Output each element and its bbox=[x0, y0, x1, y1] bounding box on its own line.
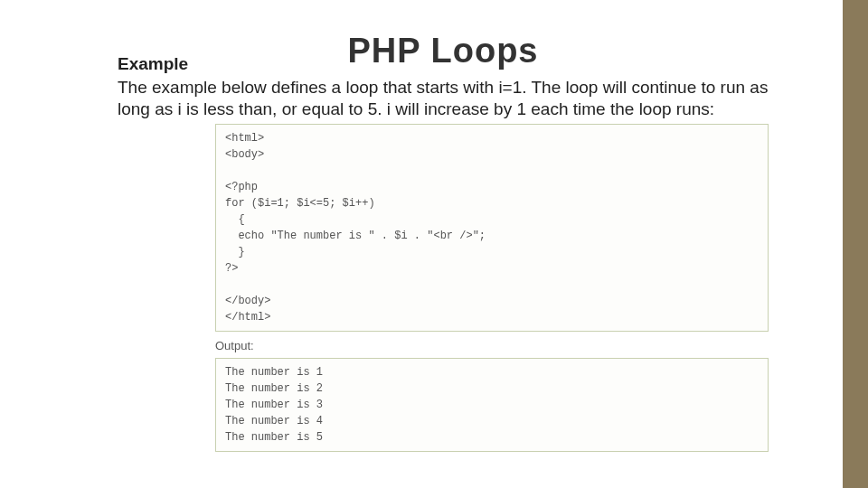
sidebar-accent bbox=[843, 0, 868, 488]
output-block: The number is 1 The number is 2 The numb… bbox=[215, 358, 769, 452]
description-text: The example below defines a loop that st… bbox=[118, 77, 823, 120]
output-label: Output: bbox=[215, 339, 823, 352]
code-block: <html> <body> <?php for ($i=1; $i<=5; $i… bbox=[215, 124, 769, 332]
slide-content: PHP Loops Example The example below defi… bbox=[0, 0, 868, 452]
